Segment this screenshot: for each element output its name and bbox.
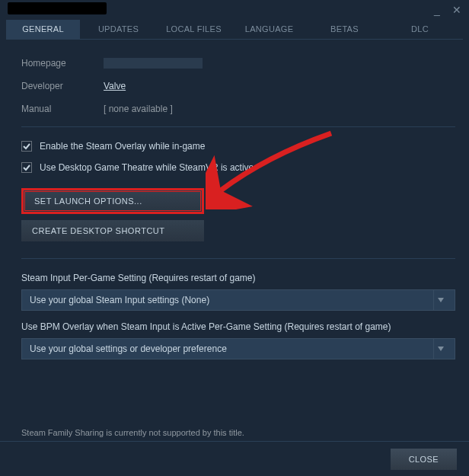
- tab-language[interactable]: LANGUAGE: [232, 20, 306, 39]
- minimize-icon[interactable]: _: [431, 4, 443, 16]
- checkmark-icon: [22, 163, 31, 172]
- steam-input-label: Steam Input Per-Game Setting (Requires r…: [21, 273, 455, 283]
- tab-bar: GENERAL UPDATES LOCAL FILES LANGUAGE BET…: [6, 20, 463, 40]
- bpm-overlay-label: Use BPM Overlay when Steam Input is Acti…: [21, 321, 455, 332]
- developer-label: Developer: [21, 81, 104, 91]
- tab-local-files[interactable]: LOCAL FILES: [157, 20, 231, 39]
- homepage-value-redacted: [104, 58, 203, 69]
- checkbox-overlay-label: Enable the Steam Overlay while in-game: [40, 141, 205, 152]
- checkmark-icon: [22, 142, 31, 151]
- title-redacted: [8, 2, 107, 14]
- set-launch-options-button[interactable]: SET LAUNCH OPTIONS...: [21, 188, 204, 214]
- steam-input-value: Use your global Steam Input settings (No…: [30, 295, 209, 305]
- chevron-down-icon: [433, 339, 447, 359]
- tab-betas[interactable]: BETAS: [308, 20, 381, 39]
- title-bar: _ ✕: [0, 0, 469, 20]
- tab-general[interactable]: GENERAL: [6, 20, 80, 39]
- bpm-overlay-select[interactable]: Use your global settings or developer pr…: [21, 338, 455, 359]
- developer-link[interactable]: Valve: [104, 81, 126, 91]
- content-area: Homepage Developer Valve Manual [ none a…: [0, 40, 469, 441]
- checkbox-theatre-label: Use Desktop Game Theatre while SteamVR i…: [40, 162, 254, 173]
- homepage-label: Homepage: [21, 58, 104, 69]
- create-desktop-shortcut-button[interactable]: CREATE DESKTOP SHORTCUT: [21, 220, 204, 241]
- family-sharing-note: Steam Family Sharing is currently not su…: [21, 428, 455, 437]
- manual-value: [ none available ]: [104, 104, 173, 114]
- bpm-overlay-value: Use your global settings or developer pr…: [30, 343, 227, 354]
- steam-input-select[interactable]: Use your global Steam Input settings (No…: [21, 289, 455, 311]
- divider: [21, 126, 455, 127]
- manual-label: Manual: [21, 104, 104, 114]
- divider: [21, 258, 455, 259]
- footer-bar: CLOSE: [0, 441, 469, 476]
- tab-dlc[interactable]: DLC: [383, 20, 457, 39]
- checkbox-theatre[interactable]: [21, 162, 32, 173]
- tab-updates[interactable]: UPDATES: [81, 20, 155, 39]
- chevron-down-icon: [433, 290, 447, 310]
- close-icon[interactable]: ✕: [451, 4, 463, 16]
- close-button[interactable]: CLOSE: [391, 449, 457, 470]
- checkbox-overlay[interactable]: [21, 141, 32, 152]
